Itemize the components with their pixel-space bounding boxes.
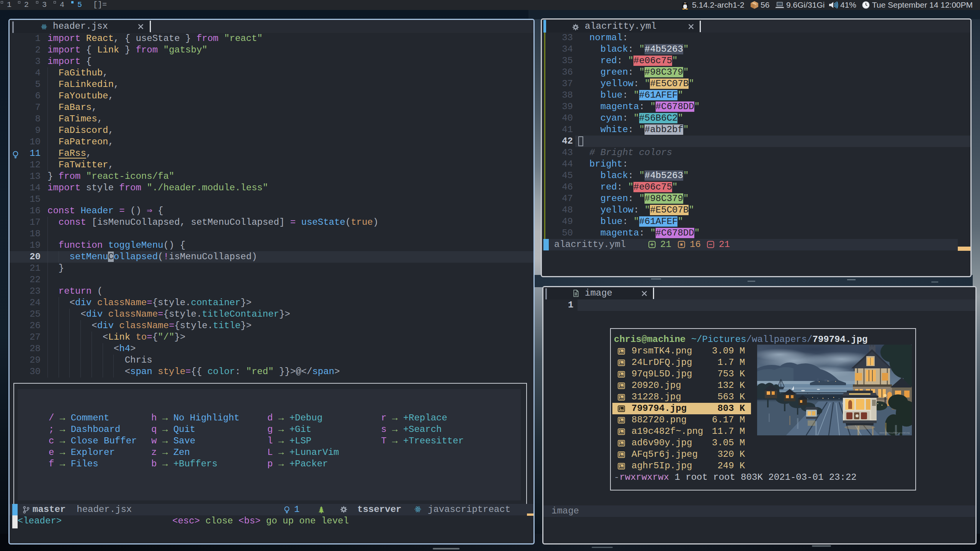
svg-text:www.DesktopBackground.org: www.DesktopBackground.org bbox=[879, 432, 910, 434]
